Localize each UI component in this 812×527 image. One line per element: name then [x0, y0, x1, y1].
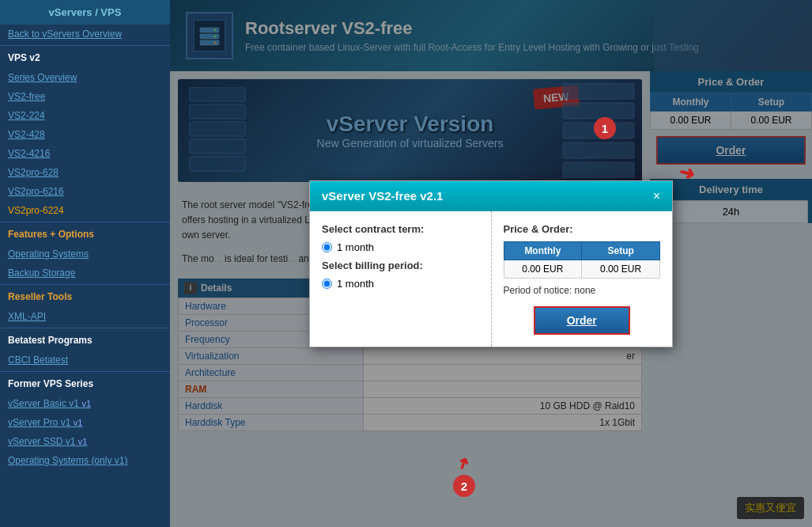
sidebar-item-vs2free[interactable]: VS2-free	[0, 87, 170, 106]
sidebar-item-os-v1[interactable]: Operating Systems (only v1)	[0, 451, 170, 470]
modal-order-btn-wrap: Order	[504, 302, 661, 335]
modal-monthly-value: 0.00 EUR	[504, 260, 582, 278]
sidebar-item-back[interactable]: Back to vServers Overview	[0, 25, 170, 44]
modal-price-table: Monthly Setup 0.00 EUR 0.00 EUR	[504, 241, 661, 279]
sidebar-item-xmlapi[interactable]: XML-API	[0, 307, 170, 326]
modal-body: Select contract term: 1 month Select bil…	[310, 211, 672, 347]
billing-radio[interactable]	[322, 279, 332, 289]
billing-option[interactable]: 1 month	[322, 278, 479, 290]
sidebar-item-os[interactable]: Operating Systems	[0, 245, 170, 264]
modal-right-panel: Price & Order: Monthly Setup 0.00 EUR 0.…	[492, 211, 673, 347]
sidebar-section-features: Features + Options	[0, 224, 170, 245]
modal-setup-header: Setup	[582, 241, 660, 260]
content-area: Rootserver VS2-free Free container based…	[170, 0, 812, 527]
modal-order-button[interactable]: Order	[534, 306, 630, 335]
modal-overlay[interactable]: vServer VS2-free v2.1 × Select contract …	[170, 0, 812, 527]
modal-monthly-header: Monthly	[504, 241, 582, 260]
sidebar: vServers / VPS Back to vServers Overview…	[0, 0, 170, 527]
sidebar-section-former: Former VPS Series	[0, 373, 170, 394]
contract-option-label: 1 month	[337, 241, 374, 253]
modal-notice: Period of notice: none	[504, 285, 661, 296]
sidebar-item-vserver-pro[interactable]: vServer Pro v1 v1	[0, 413, 170, 432]
billing-radio-group: 1 month	[322, 278, 479, 290]
modal-left-panel: Select contract term: 1 month Select bil…	[310, 211, 492, 347]
sidebar-item-vserver-basic[interactable]: vServer Basic v1 v1	[0, 394, 170, 413]
contract-option[interactable]: 1 month	[322, 241, 479, 253]
sidebar-item-series[interactable]: Series Overview	[0, 68, 170, 87]
sidebar-item-backup[interactable]: Backup Storage	[0, 264, 170, 282]
sidebar-title: vServers / VPS	[0, 0, 170, 25]
modal-setup-value: 0.00 EUR	[582, 260, 660, 278]
sidebar-section-reseller: Reseller Tools	[0, 286, 170, 307]
sidebar-section-betatest: Betatest Programs	[0, 330, 170, 351]
sidebar-item-vs2224[interactable]: VS2-224	[0, 106, 170, 125]
contract-radio-group: 1 month	[322, 241, 479, 253]
modal-price-label: Price & Order:	[504, 223, 661, 235]
sidebar-section-vps2: VPS v2	[0, 47, 170, 68]
sidebar-item-vs2428[interactable]: VS2-428	[0, 125, 170, 144]
billing-label: Select billing period:	[322, 260, 479, 271]
contract-label: Select contract term:	[322, 223, 479, 235]
modal-close-button[interactable]: ×	[653, 189, 660, 203]
sidebar-item-cbci[interactable]: CBCI Betatest	[0, 351, 170, 370]
modal-title: vServer VS2-free v2.1	[322, 189, 443, 203]
annotation-badge-2: 2	[453, 475, 475, 497]
modal-header: vServer VS2-free v2.1 ×	[310, 181, 672, 211]
sidebar-item-vs24216[interactable]: VS2-4216	[0, 144, 170, 163]
sidebar-item-vs2pro6224[interactable]: VS2pro-6224	[0, 201, 170, 220]
sidebar-item-vserver-ssd[interactable]: vServer SSD v1 v1	[0, 432, 170, 451]
sidebar-item-vs2pro628[interactable]: VS2pro-628	[0, 163, 170, 182]
billing-option-label: 1 month	[337, 278, 374, 290]
sidebar-item-vs2pro6216[interactable]: VS2pro-6216	[0, 182, 170, 201]
modal-dialog: vServer VS2-free v2.1 × Select contract …	[309, 180, 673, 347]
annotation-badge-1: 1	[594, 117, 616, 139]
contract-radio[interactable]	[322, 242, 332, 252]
